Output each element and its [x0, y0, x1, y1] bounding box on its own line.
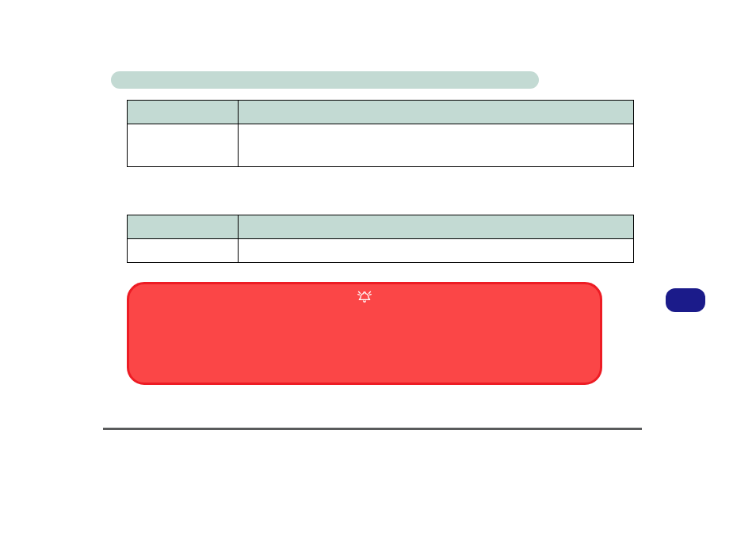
table-1: [127, 100, 634, 167]
table-1-cell-2: [238, 124, 633, 167]
table-1-header-2: [238, 101, 633, 124]
table-row: [128, 239, 634, 263]
svg-line-0: [359, 291, 361, 293]
table-2-header-2: [238, 215, 633, 239]
table-2-cell-2: [238, 239, 633, 263]
horizontal-rule: [103, 428, 642, 430]
side-tab-button[interactable]: [666, 288, 705, 312]
alert-box: [127, 282, 602, 385]
section-title-bar: [111, 71, 539, 89]
table-2-cell-1: [128, 239, 239, 263]
table-1-cell-1: [128, 124, 239, 167]
document-content: [111, 71, 634, 430]
table-2: [127, 215, 634, 263]
bell-icon: [357, 289, 372, 305]
table-row: [128, 124, 634, 167]
table-2-header-1: [128, 215, 239, 239]
svg-line-2: [358, 295, 360, 295]
spacer: [111, 167, 634, 215]
table-row: [128, 215, 634, 239]
spacer: [111, 263, 634, 282]
table-row: [128, 101, 634, 124]
table-1-header-1: [128, 101, 239, 124]
svg-line-1: [368, 291, 370, 293]
svg-line-3: [369, 295, 371, 295]
